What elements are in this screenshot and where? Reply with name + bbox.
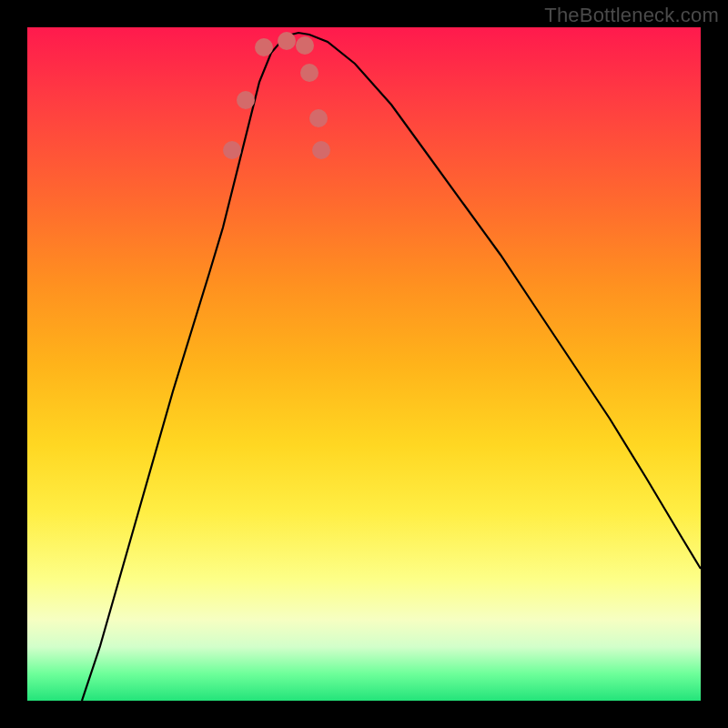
curve-dot [300, 64, 318, 82]
bottleneck-curve [82, 33, 701, 701]
curve-layer [27, 27, 701, 701]
chart-frame: TheBottleneck.com [0, 0, 728, 728]
curve-dots-group [223, 32, 330, 159]
watermark-text: TheBottleneck.com [544, 4, 719, 27]
curve-dot [312, 141, 330, 159]
curve-dot [255, 38, 273, 56]
curve-dot [223, 141, 241, 159]
curve-dot [278, 32, 296, 50]
curve-dot [237, 91, 255, 109]
curve-dot [296, 36, 314, 55]
plot-area [27, 27, 701, 701]
curve-dot [309, 109, 328, 127]
